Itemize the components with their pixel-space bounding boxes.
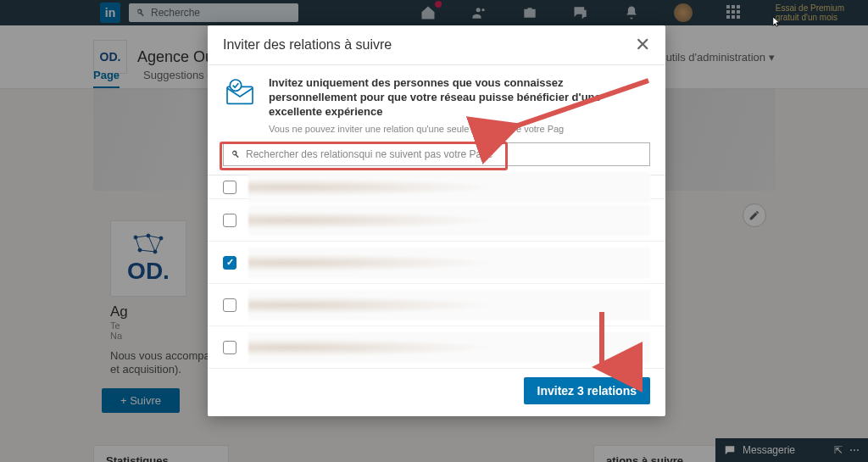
checkbox[interactable]	[223, 298, 236, 312]
invite-submit-button[interactable]: Invitez 3 relations	[524, 377, 650, 404]
list-item[interactable]	[208, 242, 665, 284]
blurred-contact	[248, 172, 650, 203]
modal-hint-text: Vous ne pouvez inviter une relation qu'u…	[269, 124, 650, 134]
list-item[interactable]	[208, 175, 665, 199]
checkbox[interactable]	[223, 341, 236, 354]
checkbox[interactable]	[223, 181, 236, 194]
svg-point-12	[230, 80, 241, 91]
modal-search-input[interactable]: Rechercher des relationsqui ne suivent p…	[223, 142, 650, 166]
blurred-contact	[248, 205, 650, 236]
blurred-contact	[248, 290, 650, 320]
modal-title: Inviter des relations à suivre	[223, 37, 392, 53]
modal-intro-text: Invitez uniquement des personnes que vou…	[269, 75, 650, 119]
close-modal-button[interactable]: ✕	[635, 36, 650, 54]
invite-relations-modal: Inviter des relations à suivre ✕ Invitez…	[208, 25, 665, 416]
blurred-contact	[248, 248, 650, 278]
list-item[interactable]	[208, 284, 665, 326]
list-item[interactable]	[208, 326, 665, 369]
list-item[interactable]	[208, 199, 665, 242]
checkbox[interactable]	[223, 214, 236, 227]
checkbox[interactable]	[223, 256, 236, 270]
blurred-contact	[248, 332, 650, 363]
relations-list	[208, 175, 665, 369]
envelope-check-icon	[223, 75, 257, 109]
search-icon	[231, 149, 241, 159]
mouse-cursor-icon	[771, 15, 783, 31]
